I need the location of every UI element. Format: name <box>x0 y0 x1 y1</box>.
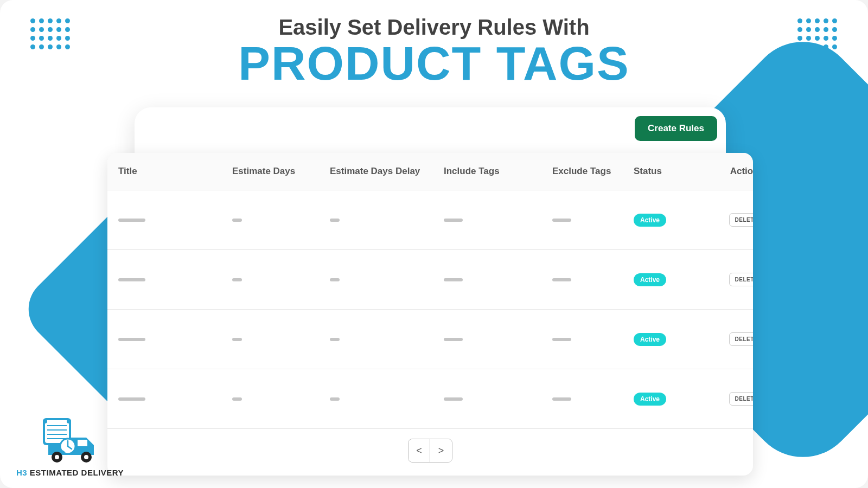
table-header-row: Title Estimate Days Estimate Days Delay … <box>107 153 753 190</box>
placeholder <box>232 397 242 401</box>
page-heading: Easily Set Delivery Rules With PRODUCT T… <box>238 15 629 87</box>
col-estimate-days: Estimate Days <box>232 166 330 177</box>
logo-brand: H3 <box>16 468 27 477</box>
status-badge: Active <box>634 333 666 346</box>
placeholder <box>552 219 571 222</box>
placeholder <box>552 338 571 341</box>
pager-prev-button[interactable]: < <box>409 439 430 462</box>
placeholder <box>444 278 463 281</box>
placeholder <box>552 397 571 401</box>
placeholder <box>118 278 145 281</box>
delete-button[interactable]: DELETE <box>729 213 753 227</box>
svg-point-11 <box>55 455 59 459</box>
placeholder <box>118 397 145 401</box>
table-row: Active DELETE <box>107 310 753 369</box>
placeholder <box>330 278 340 281</box>
table-row: Active DELETE <box>107 369 753 429</box>
delivery-truck-icon <box>37 416 103 465</box>
status-badge: Active <box>634 393 666 406</box>
pagination: < > <box>107 429 753 476</box>
svg-point-6 <box>43 419 47 423</box>
placeholder <box>232 278 242 281</box>
placeholder <box>330 338 340 341</box>
decorative-dots-top-left <box>30 18 71 50</box>
svg-rect-9 <box>78 440 87 446</box>
placeholder <box>118 338 145 341</box>
placeholder <box>232 338 242 341</box>
placeholder <box>330 397 340 401</box>
delete-button[interactable]: DELETE <box>729 332 753 346</box>
col-estimate-delay: Estimate Days Delay <box>330 166 444 177</box>
col-status: Status <box>634 166 710 177</box>
placeholder <box>444 219 463 222</box>
create-rules-button[interactable]: Create Rules <box>635 116 717 141</box>
table-row: Active DELETE <box>107 190 753 250</box>
logo-product: ESTIMATED DELIVERY <box>27 468 124 477</box>
svg-point-13 <box>84 455 88 459</box>
col-include-tags: Include Tags <box>444 166 552 177</box>
col-exclude-tags: Exclude Tags <box>552 166 634 177</box>
placeholder <box>444 338 463 341</box>
status-badge: Active <box>634 214 666 227</box>
decorative-dots-top-right <box>797 18 838 50</box>
logo: H3 ESTIMATED DELIVERY <box>16 416 124 477</box>
status-badge: Active <box>634 273 666 286</box>
heading-line-2: PRODUCT TAGS <box>238 40 629 87</box>
placeholder <box>444 397 463 401</box>
placeholder <box>552 278 571 281</box>
rules-table: Title Estimate Days Estimate Days Delay … <box>107 153 753 476</box>
delete-button[interactable]: DELETE <box>729 273 753 286</box>
logo-text: H3 ESTIMATED DELIVERY <box>16 468 124 477</box>
col-actions: Actions <box>710 166 753 177</box>
table-row: Active DELETE <box>107 250 753 310</box>
placeholder <box>232 219 242 222</box>
col-title: Title <box>118 166 232 177</box>
placeholder <box>118 219 145 222</box>
svg-point-7 <box>67 419 71 423</box>
delete-button[interactable]: DELETE <box>729 392 753 406</box>
placeholder <box>330 219 340 222</box>
pager-next-button[interactable]: > <box>430 439 452 462</box>
